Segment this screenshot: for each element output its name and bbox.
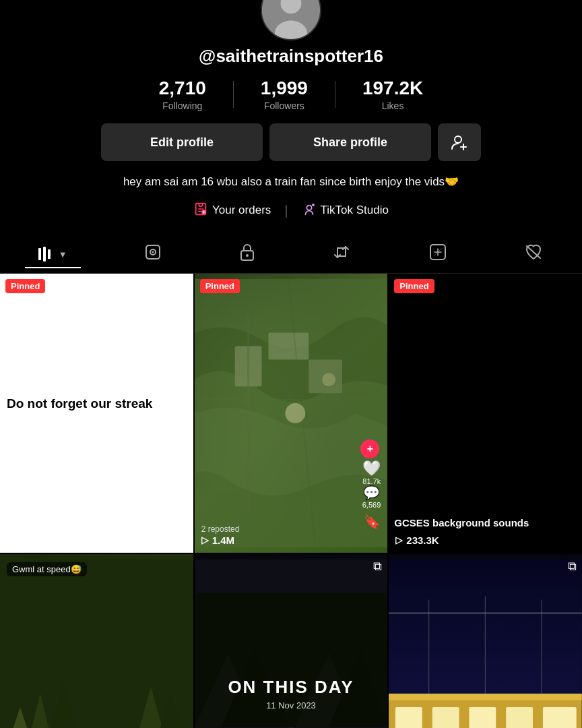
video-grid: Pinned Do not forget our streak Pinned +… — [0, 274, 582, 729]
pinned-badge-3: Pinned — [394, 279, 434, 293]
repost-icon — [331, 243, 352, 266]
tab-privacy[interactable] — [226, 237, 269, 273]
tiktok-studio-label: TikTok Studio — [321, 204, 389, 217]
video-caption-3: GCSES background sounds — [394, 517, 577, 528]
video-cell-5[interactable]: ON THIS DAY 11 Nov 2023 What I learned t… — [195, 554, 388, 728]
username: @saithetrainspotter16 — [199, 46, 383, 67]
tab-stitch[interactable] — [130, 237, 176, 273]
svg-point-15 — [152, 251, 154, 253]
avatar-area — [257, 7, 325, 40]
svg-rect-22 — [268, 332, 309, 359]
play-icon-3: ▷ — [395, 535, 403, 545]
svg-point-25 — [322, 373, 335, 386]
reposted-badge-2: 2 reposted — [201, 524, 240, 534]
pinned-badge-2: Pinned — [200, 279, 240, 293]
following-label: Following — [162, 100, 202, 111]
stats-row: 2,710 Following 1,999 Followers 197.2K L… — [13, 78, 569, 111]
following-count: 2,710 — [159, 78, 206, 99]
likes-count: 197.2K — [362, 78, 423, 99]
gwml-caption: Gwml at speed😅 — [7, 562, 87, 576]
followers-label: Followers — [264, 100, 304, 111]
tab-liked[interactable] — [510, 237, 557, 273]
video-caption-1: Do not forget our streak — [7, 395, 187, 413]
orders-label: Your orders — [212, 204, 271, 217]
svg-rect-57 — [395, 707, 422, 728]
share-profile-button[interactable]: Share profile — [269, 123, 431, 161]
svg-rect-12 — [48, 249, 51, 259]
svg-rect-58 — [432, 707, 459, 728]
map-texture — [195, 274, 388, 553]
avatar — [261, 0, 321, 40]
followers-count: 1,999 — [261, 78, 308, 99]
svg-line-19 — [527, 246, 540, 258]
svg-rect-60 — [507, 707, 534, 728]
links-divider: | — [284, 203, 288, 218]
video-cell-3[interactable]: Pinned GCSES background sounds ▷ 233.3K — [389, 274, 582, 553]
plus-button-2[interactable]: + — [360, 439, 379, 458]
add-friend-button[interactable] — [438, 123, 481, 161]
svg-point-3 — [455, 136, 461, 143]
edit-profile-button[interactable]: Edit profile — [101, 123, 263, 161]
svg-rect-56 — [389, 694, 582, 700]
pinned-badge-1: Pinned — [5, 279, 45, 293]
stat-likes[interactable]: 197.2K Likes — [335, 78, 450, 111]
bookmark-2: 🔖 — [364, 514, 381, 530]
svg-marker-9 — [311, 203, 315, 206]
tab-bar: ▼ — [0, 233, 582, 274]
svg-rect-61 — [543, 707, 577, 728]
tag-icon — [428, 243, 447, 266]
orders-link[interactable]: Your orders — [193, 202, 271, 220]
image-icon-5: ⧉ — [373, 559, 382, 574]
comment-count-2: 💬 6,569 — [362, 485, 381, 509]
tiktok-studio-icon — [302, 202, 317, 220]
forest-scene — [0, 554, 193, 728]
tiktok-studio-link[interactable]: TikTok Studio — [302, 202, 389, 220]
heart-count-2: 🤍 81.7k — [362, 460, 381, 485]
posts-icon: ▼ — [38, 247, 67, 262]
svg-rect-26 — [0, 559, 193, 728]
tab-repost[interactable] — [318, 237, 365, 273]
likes-label: Likes — [382, 100, 404, 111]
svg-rect-59 — [470, 707, 496, 728]
video-cell-1[interactable]: Pinned Do not forget our streak — [0, 274, 193, 553]
stitch-icon — [143, 243, 162, 266]
svg-rect-10 — [38, 248, 41, 260]
play-icon-2: ▷ — [201, 535, 209, 545]
view-count-2: ▷ 1.4M — [201, 535, 234, 546]
profile-header: @saithetrainspotter16 2,710 Following 1,… — [0, 0, 582, 233]
image-icon-6: ⧉ — [568, 559, 577, 574]
video-cell-2[interactable]: Pinned + 🤍 81.7k 💬 6,569 🔖 ▷ 1.4M 2 repo… — [195, 274, 388, 553]
lock-icon — [239, 243, 255, 266]
bio: hey am sai am 16 wbu also a train fan si… — [103, 173, 479, 191]
tab-posts[interactable]: ▼ — [25, 241, 81, 268]
svg-rect-11 — [43, 247, 46, 262]
add-friend-icon — [450, 133, 469, 152]
on-this-day-overlay: ON THIS DAY 11 Nov 2023 — [195, 554, 388, 728]
on-this-day-title: ON THIS DAY — [228, 677, 354, 698]
video-cell-6[interactable]: ⧉ — [389, 554, 582, 728]
svg-point-8 — [306, 205, 311, 210]
tab-tag[interactable] — [415, 237, 461, 273]
heart-crossed-icon — [523, 243, 544, 266]
svg-point-24 — [285, 403, 305, 423]
svg-point-17 — [246, 254, 249, 257]
action-buttons: Edit profile Share profile — [13, 123, 569, 161]
orders-icon — [193, 202, 208, 220]
view-count-3: ▷ 233.3K — [395, 535, 439, 546]
video-cell-4[interactable]: Gwml at speed😅 ▷ 109.6K — [0, 554, 193, 728]
stat-following[interactable]: 2,710 Following — [132, 78, 233, 111]
on-this-day-date: 11 Nov 2023 — [266, 700, 316, 710]
night-train-scene — [389, 554, 582, 728]
links-row: Your orders | TikTok Studio — [193, 202, 389, 220]
stat-followers[interactable]: 1,999 Followers — [234, 78, 335, 111]
